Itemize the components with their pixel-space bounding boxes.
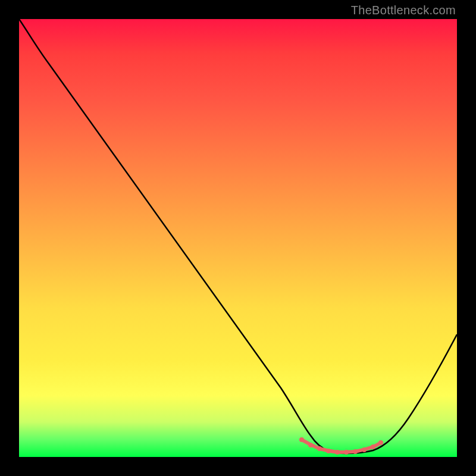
watermark-label: TheBottleneck.com bbox=[351, 4, 456, 17]
gradient-background bbox=[19, 19, 457, 457]
chart-container: TheBottleneck.com bbox=[0, 0, 476, 476]
